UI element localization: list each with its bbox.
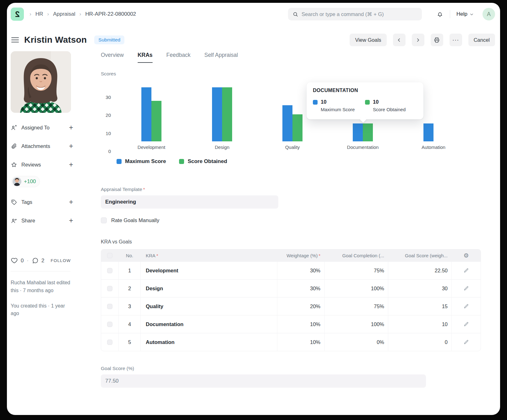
tooltip-label: Maximum Score	[321, 107, 355, 112]
kra-cell[interactable]: Automation	[141, 333, 277, 351]
view-goals-button[interactable]: View Goals	[350, 34, 386, 46]
edit-row-pencil-icon[interactable]	[463, 286, 469, 291]
weightage-cell[interactable]: 30%	[277, 280, 324, 297]
tooltip-value: 10	[321, 99, 355, 105]
tab-kras[interactable]: KRAs	[138, 52, 153, 63]
row-checkbox[interactable]	[107, 304, 112, 309]
required-asterisk: *	[143, 187, 145, 192]
search-input[interactable]	[302, 11, 417, 17]
edit-row-pencil-icon[interactable]	[463, 321, 469, 327]
add-tag-button[interactable]: +	[69, 199, 73, 206]
divider	[450, 10, 450, 18]
goal-score-cell[interactable]: 0	[388, 333, 452, 351]
printer-icon	[433, 37, 440, 43]
app-logo[interactable]: 2	[11, 8, 24, 21]
bar-score-obtained-design[interactable]	[222, 87, 232, 141]
weightage-cell[interactable]: 20%	[277, 297, 324, 315]
edit-row-pencil-icon[interactable]	[463, 303, 469, 309]
goal-completion-cell[interactable]: 75%	[324, 297, 388, 315]
kra-cell[interactable]: Design	[141, 280, 277, 297]
bar-maximum-score-documentation[interactable]	[353, 123, 363, 141]
cancel-button[interactable]: Cancel	[468, 34, 495, 46]
breadcrumb-current[interactable]: HR-APR-22-0800002	[85, 11, 136, 17]
help-menu[interactable]: Help	[456, 11, 474, 17]
previous-document-button[interactable]	[393, 34, 406, 46]
edit-row-pencil-icon[interactable]	[463, 268, 469, 273]
global-search[interactable]	[288, 8, 422, 20]
row-checkbox[interactable]	[107, 268, 112, 273]
print-button[interactable]	[431, 34, 443, 46]
breadcrumb-hr[interactable]: HR	[35, 11, 43, 17]
app-window: 2 › HR › Appraisal › HR-APR-22-0800002	[7, 3, 500, 415]
legend-maximum-score: Maximum Score	[117, 158, 166, 165]
paperclip-icon	[11, 143, 17, 150]
add-assignment-button[interactable]: +	[69, 124, 73, 131]
y-axis-tick: 0	[101, 149, 111, 154]
heart-icon[interactable]	[11, 257, 18, 264]
sidebar-item-attachments: Attachments +	[11, 143, 75, 150]
goal-score-cell[interactable]: 22.50	[388, 262, 452, 279]
reviewers-chip[interactable]: +100	[11, 176, 40, 187]
bar-maximum-score-automation[interactable]	[423, 123, 433, 141]
table-row: 1Development30%75%22.50	[101, 261, 481, 279]
kra-cell[interactable]: Development	[141, 262, 277, 279]
weightage-cell[interactable]: 10%	[277, 315, 324, 333]
kra-vs-goals-title: KRA vs Goals	[101, 239, 481, 245]
bar-score-obtained-documentation[interactable]	[363, 123, 373, 141]
bar-maximum-score-quality[interactable]	[282, 105, 292, 141]
x-axis-category-label: Quality	[267, 145, 318, 150]
add-attachment-button[interactable]: +	[69, 143, 73, 150]
appraisal-template-input[interactable]: Engineering	[101, 195, 278, 209]
row-number: 4	[119, 315, 141, 333]
tab-self-appraisal[interactable]: Self Appraisal	[204, 52, 238, 63]
edit-row-pencil-icon[interactable]	[463, 339, 469, 345]
row-checkbox[interactable]	[107, 322, 112, 327]
kra-cell[interactable]: Documentation	[141, 315, 277, 333]
goal-score-cell[interactable]: 15	[388, 297, 452, 315]
add-review-button[interactable]: +	[69, 161, 73, 168]
bar-score-obtained-development[interactable]	[151, 101, 161, 141]
add-share-button[interactable]: +	[69, 217, 73, 224]
goal-score-cell[interactable]: 30	[388, 280, 452, 297]
notifications-bell-icon[interactable]	[436, 11, 444, 18]
employee-photo[interactable]	[11, 51, 71, 113]
user-avatar[interactable]: A	[482, 8, 495, 20]
sidebar-toggle-icon[interactable]	[11, 36, 19, 44]
weightage-cell[interactable]: 10%	[277, 333, 324, 351]
sidebar-item-label: Reviews	[21, 162, 41, 168]
created-note: You created this · 1 year ago	[11, 302, 71, 318]
row-checkbox[interactable]	[107, 340, 112, 345]
comments-icon[interactable]	[32, 257, 39, 264]
tab-feedback[interactable]: Feedback	[166, 52, 191, 63]
tooltip-notch	[360, 116, 367, 123]
help-label: Help	[456, 11, 467, 17]
tooltip-label: Score Obtained	[373, 107, 406, 112]
bar-maximum-score-design[interactable]	[212, 87, 222, 141]
select-all-checkbox[interactable]	[107, 253, 112, 258]
bar-score-obtained-quality[interactable]	[292, 114, 303, 141]
goal-completion-cell[interactable]: 100%	[324, 280, 388, 297]
chevron-down-icon	[470, 12, 474, 16]
chevron-right-icon: ›	[30, 11, 31, 17]
kra-cell[interactable]: Quality	[141, 297, 277, 315]
tab-overview[interactable]: Overview	[101, 52, 124, 63]
sidebar-item-reviews: Reviews +	[11, 161, 75, 168]
chevron-left-icon	[396, 37, 402, 43]
row-checkbox[interactable]	[107, 286, 112, 291]
kra-goals-table: No. KRA* Weightage (%)* Goal Completion …	[101, 249, 481, 351]
more-menu-button[interactable]: ···	[450, 34, 462, 46]
goal-completion-cell[interactable]: 75%	[324, 262, 388, 279]
appraisal-template-label: Appraisal Template*	[101, 187, 481, 192]
follow-button[interactable]: FOLLOW	[51, 258, 71, 263]
next-document-button[interactable]	[412, 34, 424, 46]
weightage-cell[interactable]: 30%	[277, 262, 324, 279]
rate-goals-checkbox[interactable]	[101, 217, 107, 223]
goal-score-cell[interactable]: 10	[388, 315, 452, 333]
table-settings-gear-icon[interactable]: ⚙	[463, 253, 469, 259]
goal-completion-cell[interactable]: 0%	[324, 333, 388, 351]
y-axis-tick: 10	[101, 131, 111, 136]
goal-completion-cell[interactable]: 100%	[324, 315, 388, 333]
breadcrumb-appraisal[interactable]: Appraisal	[53, 11, 75, 17]
bar-maximum-score-development[interactable]	[141, 87, 151, 141]
sidebar-item-label: Assigned To	[21, 125, 50, 131]
